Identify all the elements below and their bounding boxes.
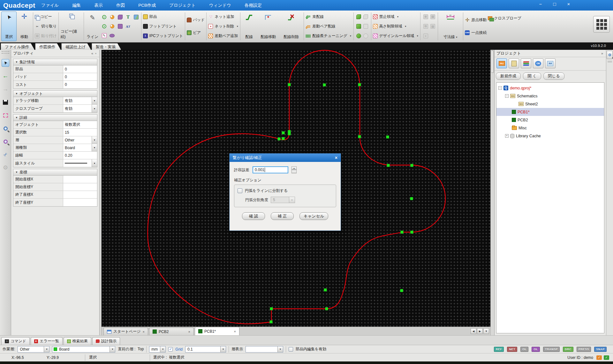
tree-item-sheet2[interactable]: SCH Sheet2 (496, 100, 604, 108)
menu-draw[interactable]: 作図 (115, 2, 126, 9)
disabled-tool-icon[interactable]: ⧉ (422, 22, 429, 31)
detail-section-header[interactable]: ▼ 詳細 (13, 115, 97, 121)
chevron-down-icon[interactable]: ▼ (160, 346, 165, 352)
collapse-icon[interactable]: − (505, 94, 509, 98)
diff-pair-add-button[interactable]: 差動ペア追加 (208, 32, 238, 40)
chevron-down-icon[interactable]: ▼ (92, 144, 97, 151)
origin-move-button[interactable]: ✛ 原点移動 (465, 16, 487, 24)
save-button[interactable] (2, 98, 9, 106)
diff-pair-route-button[interactable]: 差動ペア配線 (306, 22, 352, 31)
tab-error-list[interactable]: E エラー一覧 (31, 337, 63, 345)
inner-edit-checkbox[interactable] (289, 347, 293, 352)
menu-pcb[interactable]: PCB作成 (137, 2, 157, 9)
image-icon[interactable] (132, 12, 140, 22)
tab-start-page[interactable]: スタートページ × (103, 328, 148, 335)
outline-circle-icon[interactable] (362, 32, 369, 41)
design-rule-area-button[interactable]: デザインルール領域 ▼ (373, 32, 419, 40)
coord-input[interactable] (63, 183, 97, 191)
toggle-net[interactable]: NET (507, 347, 517, 352)
tab-scroll-right-icon[interactable]: ▶ (477, 328, 483, 334)
tab-list-icon[interactable]: ▼ (483, 328, 489, 334)
tolerance-input[interactable]: 0.001 (253, 166, 288, 173)
copy-continuous-button[interactable]: コピー(連続) (60, 11, 83, 41)
sync-status-icon-orange[interactable]: ✓ (596, 355, 602, 360)
spin-up-icon[interactable]: ▲ (291, 166, 297, 170)
settings-button[interactable]: ⚙ (2, 164, 9, 171)
undo-button[interactable]: ← (2, 72, 9, 80)
coord-input[interactable] (63, 191, 97, 198)
route-button[interactable]: 配線 (241, 11, 257, 41)
ribbon-tab-file-ops[interactable]: ファイル操作 (1, 43, 34, 50)
tab-search-results[interactable]: 検索結果 (64, 337, 91, 345)
scrollbar-thumb[interactable] (491, 50, 494, 73)
coord-input[interactable] (63, 199, 97, 206)
tree-item-misc[interactable]: Misc (496, 124, 604, 132)
arc-2point-icon[interactable]: 2 (100, 12, 108, 22)
chevron-down-icon[interactable]: ▼ (220, 346, 226, 352)
keepout-area-button[interactable]: 禁止領域 ▼ (373, 13, 419, 21)
outline-polygon-icon[interactable] (362, 12, 369, 21)
close-icon[interactable]: × (188, 330, 190, 334)
ribbon-tab-draw-ops[interactable]: 作図操作 (35, 43, 61, 50)
pie-3-icon[interactable] (108, 22, 116, 31)
chevron-down-icon[interactable]: ▼ (92, 136, 97, 144)
menu-edit[interactable]: 編集 (71, 2, 82, 9)
grid-size-select[interactable]: 0.1 ▼ (185, 346, 226, 353)
close-icon[interactable]: × (143, 330, 145, 334)
close-project-button[interactable]: 閉じる (543, 72, 564, 80)
tab-pcb2[interactable]: PCB2 × (149, 328, 194, 335)
grid-checkbox[interactable]: ✓ (168, 347, 173, 352)
outline-rect-icon[interactable] (362, 22, 369, 31)
object-view-button[interactable]: OB (533, 58, 543, 68)
rectangle-icon[interactable] (116, 22, 124, 31)
cancel-button[interactable]: キャンセル (299, 212, 328, 220)
move-tool-button[interactable]: ✛ 移動 (17, 11, 32, 41)
toolbar-grip[interactable] (2, 51, 9, 54)
edge-grip[interactable] (608, 61, 612, 62)
expand-panel-icon[interactable]: » (600, 51, 604, 55)
expand-icon[interactable]: + (505, 134, 509, 138)
tools-button[interactable]: ✂ (2, 151, 9, 158)
toggle-ref[interactable]: REF (494, 347, 504, 352)
vertical-scrollbar[interactable] (490, 50, 494, 335)
preview-panel-button[interactable] (607, 51, 613, 59)
collapse-icon[interactable]: − (498, 86, 502, 90)
attribute-view-button[interactable]: AA (545, 58, 556, 68)
pin-icon[interactable]: ▫ (94, 51, 97, 55)
line-tool-button[interactable]: ✎ ライン (85, 11, 100, 41)
window-restore-icon[interactable]: □ (551, 1, 558, 7)
toggle-ol2[interactable]: OL (532, 347, 540, 352)
new-project-button[interactable]: 新規作成 (496, 72, 521, 80)
tree-item-project[interactable]: − Q demo.qproj* (496, 84, 604, 92)
net-delete-button[interactable]: × ネット削除 ▼ (208, 22, 238, 31)
menu-settings[interactable]: 各種設定 (243, 2, 263, 9)
zoom-out-button[interactable] (2, 138, 9, 145)
confirm-button[interactable]: 確 認 (242, 212, 265, 220)
copy-button[interactable]: コピー (35, 13, 57, 21)
pad-button[interactable]: パッド (187, 16, 205, 24)
work-layer-select[interactable]: Other ▼ (18, 346, 49, 353)
sync-status-icon-green[interactable]: ✓ (604, 355, 609, 360)
menu-file[interactable]: ファイル (40, 2, 60, 9)
part-button[interactable]: 部品 (143, 13, 183, 21)
filled-circle-icon[interactable] (355, 32, 362, 41)
unit-select[interactable]: mm ▼ (149, 346, 166, 353)
chevron-down-icon[interactable]: ▼ (92, 97, 97, 104)
layers-view-button[interactable] (521, 58, 531, 68)
pen-edit-icon[interactable]: ✎ (100, 31, 108, 40)
toggle-ol[interactable]: OL (520, 347, 529, 352)
coord-input[interactable] (63, 176, 97, 183)
chevron-down-icon[interactable]: ▼ (277, 346, 283, 352)
route-move-button[interactable]: 配線移動 (257, 11, 280, 41)
object-section-header[interactable]: ▼ オブジェクト (13, 91, 97, 97)
bundle-route-button[interactable]: 束配線 (306, 13, 352, 21)
coords-section-header[interactable]: ▼ 座標 (13, 169, 97, 176)
footprint-button[interactable]: フットプリント (143, 22, 183, 31)
dimension-button[interactable]: 10 寸法線▼ (439, 11, 462, 41)
polygon-icon[interactable] (116, 12, 124, 22)
cut-button[interactable]: ✂ 切り取り (35, 22, 57, 31)
correct-button[interactable]: 補 正 (271, 212, 294, 220)
ellipse-icon[interactable] (108, 31, 116, 40)
zoom-fit-button[interactable] (2, 111, 9, 119)
close-icon[interactable]: × (335, 155, 337, 160)
